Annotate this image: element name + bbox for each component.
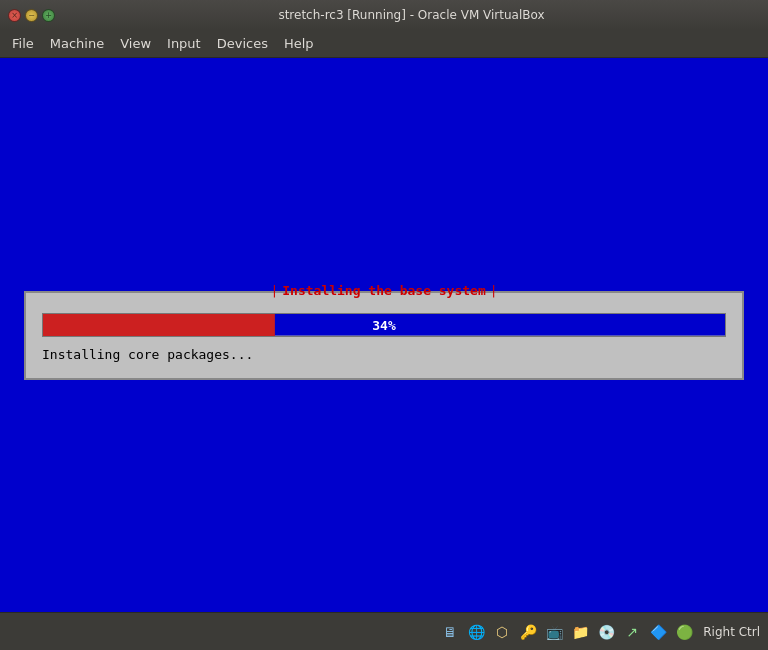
title-bar: × − + stretch-rc3 [Running] - Oracle VM …: [0, 0, 768, 30]
vbox-icon[interactable]: 🔷: [647, 621, 669, 643]
menu-bar: File Machine View Input Devices Help: [0, 30, 768, 58]
menu-input[interactable]: Input: [159, 34, 209, 53]
menu-devices[interactable]: Devices: [209, 34, 276, 53]
arrow-icon[interactable]: ↗: [621, 621, 643, 643]
dialog-title-bar: | Installing the base system |: [270, 283, 497, 298]
display-icon[interactable]: 📺: [543, 621, 565, 643]
progress-bar: 34%: [42, 313, 726, 337]
close-button[interactable]: ×: [8, 9, 21, 22]
key-icon[interactable]: 🔑: [517, 621, 539, 643]
dialog-title: Installing the base system: [282, 283, 486, 298]
title-bracket-left: |: [270, 283, 278, 298]
minimize-button[interactable]: −: [25, 9, 38, 22]
window-title: stretch-rc3 [Running] - Oracle VM Virtua…: [63, 8, 760, 22]
progress-label: 34%: [43, 317, 725, 332]
monitor-icon[interactable]: 🖥: [439, 621, 461, 643]
status-message: Installing core packages...: [42, 347, 726, 362]
menu-view[interactable]: View: [112, 34, 159, 53]
status-bar: 🖥 🌐 ⬡ 🔑 📺 📁 💿 ↗ 🔷 🟢 Right Ctrl: [0, 612, 768, 650]
circle-icon[interactable]: 🟢: [673, 621, 695, 643]
install-dialog: | Installing the base system | 34% Insta…: [24, 291, 744, 380]
menu-machine[interactable]: Machine: [42, 34, 112, 53]
menu-file[interactable]: File: [4, 34, 42, 53]
title-bracket-right: |: [490, 283, 498, 298]
window-controls: × − +: [8, 9, 55, 22]
usb-icon[interactable]: ⬡: [491, 621, 513, 643]
share-icon[interactable]: 📁: [569, 621, 591, 643]
cd-icon[interactable]: 💿: [595, 621, 617, 643]
vm-screen: | Installing the base system | 34% Insta…: [0, 58, 768, 612]
maximize-button[interactable]: +: [42, 9, 55, 22]
menu-help[interactable]: Help: [276, 34, 322, 53]
right-ctrl-label: Right Ctrl: [703, 625, 760, 639]
network-icon[interactable]: 🌐: [465, 621, 487, 643]
